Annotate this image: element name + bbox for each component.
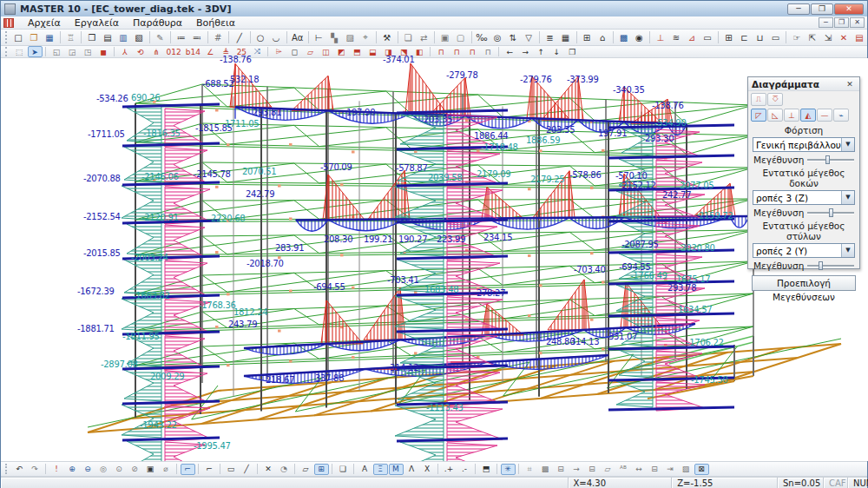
zoom-previous-button[interactable]: ⌀ — [159, 464, 174, 475]
bld-bottom-button[interactable]: ⬓ — [365, 46, 380, 57]
layer-xi-button[interactable]: Ξ — [373, 464, 388, 475]
zoom-slider-1[interactable] — [807, 155, 854, 164]
render-button[interactable]: ◉ — [632, 30, 647, 44]
edit-pencil-button[interactable]: ✎ — [153, 30, 168, 44]
line-button[interactable]: ╱ — [232, 30, 247, 44]
pan-up-button[interactable]: ↑ — [534, 46, 549, 57]
snap-span-button[interactable]: ↔ — [632, 464, 647, 475]
default-magnifications-button[interactable]: Προεπιλογή Μεγεθύνσεων — [752, 275, 856, 291]
diagram-toggle-2-button[interactable]: ⎏ — [767, 93, 783, 106]
save-button[interactable]: ▦ — [42, 30, 56, 44]
rubber-band-button[interactable]: ⬚ — [12, 46, 27, 57]
elt-button[interactable]: ▚ — [327, 30, 342, 44]
menu-item-ergaleia[interactable]: Εργαλεία — [68, 17, 126, 29]
chevron-down-icon[interactable]: ▼ — [841, 244, 854, 257]
filter-button[interactable]: ▽ — [522, 30, 536, 44]
model-canvas[interactable]: -138.76-374.01-279.78-279.76-373.99-340.… — [1, 58, 868, 461]
snap-flat-button[interactable]: ⊟ — [554, 464, 569, 475]
beam-quantity-select[interactable]: ροπές 3 (Z) ▼ — [753, 190, 855, 205]
layer-x-button[interactable]: X — [420, 464, 435, 475]
toolbar-grip[interactable] — [5, 464, 9, 475]
dimension-button[interactable]: ⊢ — [312, 30, 326, 44]
capture-button[interactable]: ▣ — [437, 30, 452, 44]
snap-flat2-button[interactable]: ⊟ — [585, 464, 600, 475]
corner-select-button[interactable]: ⌐ — [181, 464, 195, 475]
bench-3-button[interactable]: ⊓ — [465, 46, 480, 57]
snap-grid-button[interactable]: ⌗ — [523, 464, 537, 475]
draw-line-button[interactable]: ╱ — [240, 464, 254, 475]
toolbar-grip[interactable] — [5, 31, 8, 43]
box-button[interactable]: ◻ — [287, 46, 302, 57]
pan-right-button[interactable]: → — [518, 46, 533, 57]
zoom-in-button[interactable]: ⊕ — [65, 464, 80, 475]
measure-button[interactable]: ▭ — [224, 464, 239, 475]
axial-diagrams-button[interactable]: ⊥ — [784, 109, 799, 122]
zoom-out-button[interactable]: ⊖ — [81, 464, 95, 475]
dims-b14-button[interactable]: b14 — [184, 46, 202, 57]
diagram-toggle-1-button[interactable]: ⎍ — [751, 93, 766, 106]
chevron-down-icon[interactable]: ▼ — [841, 138, 854, 151]
arc-button[interactable]: ◡ — [269, 30, 284, 44]
load-case-select[interactable]: Γενική περιβάλλουσα ▼ — [753, 137, 855, 152]
snap-end-button[interactable]: ⇥ — [663, 464, 678, 475]
zoom-window-button[interactable]: ◎ — [96, 464, 111, 475]
bld-front-button[interactable]: ◫ — [319, 46, 333, 57]
point-minus-button[interactable]: .- — [457, 464, 472, 475]
text-button[interactable]: Aα — [290, 30, 305, 44]
minimize-button[interactable]: ─ — [787, 3, 810, 15]
delete-button[interactable]: ✕ — [836, 30, 851, 44]
copy-button[interactable]: ❒ — [84, 30, 99, 44]
print-button[interactable]: ▤ — [100, 30, 115, 44]
node-diagrams-button[interactable]: ⌁ — [833, 109, 849, 122]
document-icon[interactable] — [3, 18, 14, 28]
diagrams-panel[interactable]: Διαγράμματα ✕ ⎍⎏ ◸◺⊥◭—⌁ Φόρτιση Γενική π… — [747, 76, 860, 269]
zoom-scale-button[interactable]: ⊘ — [128, 464, 142, 475]
calculator-button[interactable]: ▦ — [558, 30, 573, 44]
snap-wall-button[interactable]: ⊟ — [648, 464, 662, 475]
snap-trapezoid-button[interactable]: ▱ — [601, 464, 615, 475]
pick-button[interactable]: ⌖ — [358, 30, 373, 44]
comment-button[interactable]: ▭ — [768, 30, 783, 44]
package-button[interactable]: ◼ — [96, 46, 111, 57]
ungroup-button[interactable]: ⇲ — [820, 30, 835, 44]
select-window-button[interactable]: ◱ — [49, 46, 64, 57]
zoom-slider-3[interactable] — [807, 261, 854, 270]
bend-button[interactable]: ⌐ — [202, 464, 217, 475]
snap-mesh-button[interactable]: ▨ — [679, 464, 694, 475]
percent-button[interactable]: ‰ — [475, 30, 490, 44]
title-bar[interactable]: MASTER 10 - [EC_tower_diag.tek - 3DV] ─ … — [1, 1, 867, 16]
alert-button[interactable]: ! — [49, 464, 64, 475]
send-view-button[interactable]: ❐ — [565, 46, 580, 57]
axes-button[interactable]: ⅄ — [118, 46, 133, 57]
list-insert-button[interactable]: ≔ — [174, 30, 188, 44]
circle-button[interactable]: ○ — [253, 30, 268, 44]
view-3d-button[interactable]: ▩ — [616, 30, 631, 44]
snap-ab-button[interactable]: ᴬᴮ — [616, 464, 631, 475]
point-plus-button[interactable]: .+ — [442, 464, 457, 475]
zoom-slider-2[interactable] — [807, 208, 854, 217]
panel-title-bar[interactable]: Διαγράμματα ✕ — [748, 77, 859, 91]
protractor-button[interactable]: ◔ — [277, 464, 292, 475]
grid-button[interactable]: # — [211, 30, 226, 44]
column-moment-diagrams-button[interactable]: ◭ — [800, 109, 816, 122]
pointer-flag-button[interactable]: ➤ — [28, 46, 43, 57]
transfer-button[interactable]: ⇄ — [417, 30, 431, 44]
find-button[interactable]: ◎ — [490, 30, 505, 44]
bld-top-button[interactable]: ⬒ — [350, 46, 365, 57]
snap-image-button[interactable]: ▩ — [538, 464, 553, 475]
group-button[interactable]: ⇱ — [805, 30, 819, 44]
page-setup-button[interactable]: ▧ — [131, 30, 146, 44]
zoom-dynamic-button[interactable]: ⊙ — [112, 464, 127, 475]
chevron-down-icon[interactable]: ▼ — [841, 191, 854, 204]
close-button[interactable]: ✕ — [834, 3, 864, 15]
child-minimize-button[interactable]: ─ — [819, 17, 833, 28]
pan-left-button[interactable]: ← — [503, 46, 517, 57]
move-button[interactable]: ⤨ — [250, 46, 265, 57]
beam-shear-diagrams-button[interactable]: ◺ — [767, 109, 783, 122]
snap-button[interactable]: ✳ — [501, 464, 516, 475]
support-button[interactable]: ⊥ — [653, 30, 667, 44]
pan-hand-button[interactable]: ☞ — [789, 30, 804, 44]
zoom-extents-button[interactable]: ▣ — [143, 464, 158, 475]
menu-item-voitheia[interactable]: Βοήθεια — [189, 17, 242, 29]
select-prev-button[interactable]: ◳ — [81, 46, 95, 57]
